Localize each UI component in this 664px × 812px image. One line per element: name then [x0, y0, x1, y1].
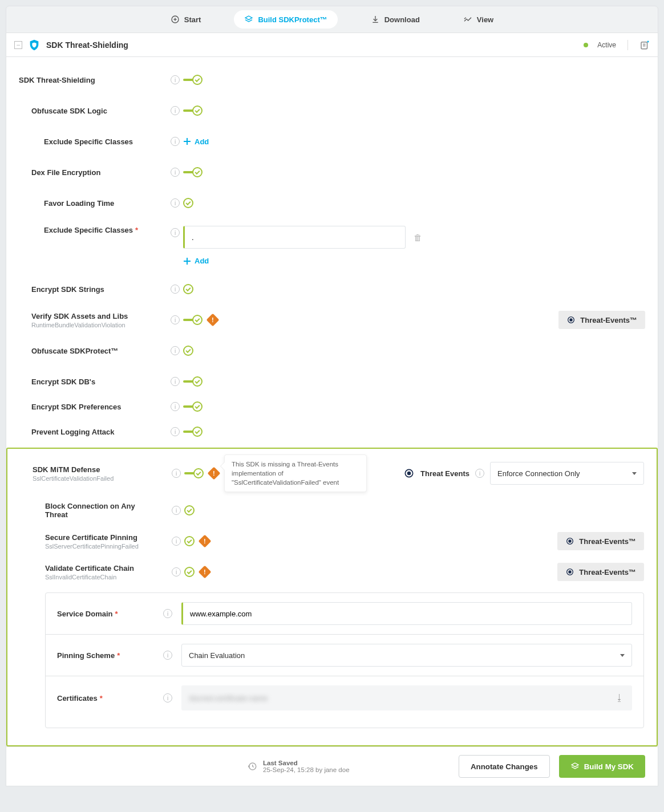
svg-point-15: [569, 540, 571, 542]
info-icon[interactable]: i: [171, 377, 180, 386]
tab-view[interactable]: View: [453, 10, 504, 29]
enc-strings-check[interactable]: [183, 284, 193, 294]
info-icon[interactable]: i: [171, 285, 180, 294]
tab-start[interactable]: Start: [160, 10, 212, 29]
tab-download[interactable]: Download: [361, 10, 430, 29]
row-mitm: SDK MiTM DefenseSslCertificateValidation…: [20, 454, 644, 492]
info-icon[interactable]: i: [163, 693, 172, 703]
svg-point-17: [569, 571, 571, 573]
info-icon[interactable]: i: [163, 609, 172, 618]
card-row-scheme: Pinning Scheme* i Chain Evaluation: [46, 635, 643, 676]
row-obf-exclude: Exclude Specific Classes i Add: [19, 129, 645, 154]
info-icon[interactable]: i: [172, 506, 181, 515]
info-icon[interactable]: i: [172, 469, 181, 478]
layers-icon: [244, 15, 253, 24]
obf-protect-check[interactable]: [183, 346, 193, 356]
pinning-check[interactable]: [184, 536, 195, 546]
info-icon[interactable]: i: [171, 168, 180, 177]
validate-chain-check[interactable]: [184, 567, 195, 577]
block-any-check[interactable]: [184, 505, 195, 515]
mitm-section: SDK MiTM DefenseSslCertificateValidation…: [6, 448, 658, 746]
prevent-log-toggle[interactable]: [183, 427, 203, 437]
dex-exclude-input[interactable]: [183, 226, 406, 249]
info-icon[interactable]: i: [171, 198, 180, 208]
info-icon[interactable]: i: [171, 228, 180, 237]
settings-panel: SDK Threat-Shielding i Obfuscate SDK Log…: [6, 57, 658, 747]
row-obfuscate: Obfuscate SDK Logic i: [19, 98, 645, 123]
row-enc-db: Encrypt SDK DB's i: [19, 369, 645, 394]
info-icon[interactable]: i: [172, 567, 181, 576]
warning-icon[interactable]: !: [199, 566, 212, 579]
history-icon: [247, 761, 257, 772]
threat-events-inline: Threat Events i Enforce Connection Only: [403, 462, 644, 485]
layers-icon: [570, 762, 580, 771]
row-pinning: Secure Certificate PinningSslServerCerti…: [20, 529, 644, 554]
threat-events-label: Threat Events: [420, 469, 469, 478]
row-dex-exclude: Exclude Specific Classes* i 🗑 Add: [19, 221, 645, 265]
info-icon[interactable]: i: [171, 75, 180, 84]
top-tabs: Start Build SDKProtect™ Download View: [6, 6, 658, 33]
chevron-down-icon: [632, 472, 637, 475]
root-toggle[interactable]: [183, 75, 203, 85]
add-exclude-class-button[interactable]: Add: [183, 137, 209, 146]
warning-icon[interactable]: !: [207, 314, 220, 327]
target-icon: [565, 537, 574, 546]
tab-build[interactable]: Build SDKProtect™: [234, 10, 337, 29]
info-icon[interactable]: i: [171, 315, 180, 324]
download-icon[interactable]: ⭳: [615, 693, 624, 703]
svg-point-13: [408, 472, 411, 475]
annotate-button[interactable]: Annotate Changes: [459, 755, 550, 778]
info-icon[interactable]: i: [475, 469, 484, 478]
add-dex-exclude-button[interactable]: Add: [183, 257, 209, 265]
row-root: SDK Threat-Shielding i: [19, 67, 645, 92]
chart-icon: [463, 15, 472, 24]
obfuscate-toggle[interactable]: [183, 105, 203, 116]
threat-events-tag[interactable]: Threat-Events™: [557, 563, 644, 581]
mitm-toggle[interactable]: [184, 468, 204, 478]
certificates-display[interactable]: blurred-certificate-name ⭳: [181, 685, 632, 710]
row-prevent-log: Prevent Logging Attack i: [19, 419, 645, 444]
card-row-domain: Service Domain* i: [46, 593, 643, 635]
root-label: SDK Threat-Shielding: [19, 76, 167, 84]
footer: Last Saved 25-Sep-24, 15:28 by jane doe …: [6, 747, 658, 786]
svg-marker-3: [245, 16, 252, 20]
favor-check[interactable]: [183, 198, 193, 208]
section-header: − SDK Threat-Shielding Active: [6, 33, 658, 57]
tab-download-label: Download: [384, 15, 420, 24]
status-label: Active: [597, 41, 616, 49]
threat-events-tag[interactable]: Threat-Events™: [558, 311, 645, 329]
trash-icon[interactable]: 🗑: [414, 233, 422, 242]
info-icon[interactable]: i: [171, 427, 180, 436]
service-domain-input[interactable]: [181, 602, 632, 625]
warning-icon[interactable]: !: [208, 467, 221, 480]
build-sdk-button[interactable]: Build My SDK: [559, 755, 645, 778]
warning-icon[interactable]: !: [199, 535, 212, 548]
threat-events-select[interactable]: Enforce Connection Only: [490, 462, 644, 485]
info-icon[interactable]: i: [171, 137, 180, 146]
enc-db-toggle[interactable]: [183, 376, 203, 387]
row-block-any: Block Connection on Any Threat i: [20, 498, 644, 523]
info-icon[interactable]: i: [172, 537, 181, 546]
dex-toggle[interactable]: [183, 167, 203, 177]
info-icon[interactable]: i: [171, 346, 180, 355]
pinning-scheme-select[interactable]: Chain Evaluation: [181, 644, 632, 667]
last-saved: Last Saved 25-Sep-24, 15:28 by jane doe: [247, 760, 350, 773]
target-icon: [566, 315, 576, 324]
info-icon[interactable]: i: [171, 402, 180, 411]
collapse-icon[interactable]: −: [14, 41, 22, 49]
info-icon[interactable]: i: [171, 106, 180, 115]
plus-icon: [183, 137, 191, 145]
chevron-down-icon: [620, 654, 625, 657]
enc-pref-toggle[interactable]: [183, 401, 203, 412]
threat-events-tag[interactable]: Threat-Events™: [557, 532, 644, 550]
svg-marker-19: [572, 763, 578, 767]
notes-plus-icon[interactable]: [639, 40, 650, 50]
section-title: SDK Threat-Shielding: [46, 40, 128, 50]
row-enc-strings: Encrypt SDK Strings i: [19, 277, 645, 302]
target-icon: [565, 567, 574, 576]
verify-toggle[interactable]: [183, 315, 203, 325]
svg-point-11: [570, 319, 572, 321]
info-icon[interactable]: i: [163, 651, 172, 660]
row-dex: Dex File Encryption i: [19, 160, 645, 185]
card-row-certificates: Certificates* i blurred-certificate-name…: [46, 676, 643, 728]
